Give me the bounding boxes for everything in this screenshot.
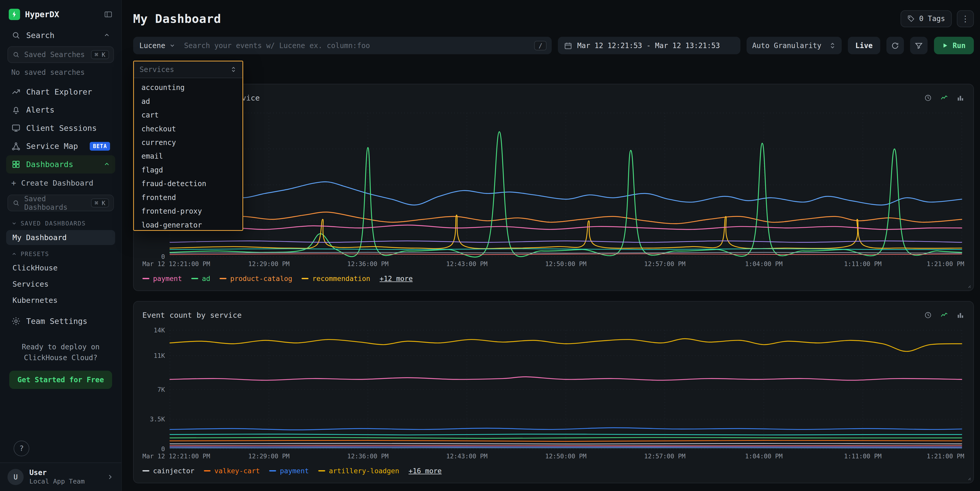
saved-dashboards-input[interactable]: Saved Dashboards ⌘ K [8,195,114,211]
legend-item[interactable]: recommendation [302,275,370,283]
chart-canvas[interactable]: Mar 12 12:21:00 PM12:29:00 PM12:36:00 PM… [142,325,964,461]
chevron-down-icon [169,43,175,49]
bar-chart-icon[interactable] [956,94,964,102]
svg-text:1:04:00 PM: 1:04:00 PM [745,453,783,460]
user-avatar: U [8,469,24,485]
sidebar-collapse-icon[interactable] [104,10,113,19]
presets-section-header[interactable]: PRESETS [6,246,115,260]
preset-item-clickhouse[interactable]: ClickHouse [6,261,115,275]
resize-handle[interactable] [965,282,971,288]
services-dropdown-option[interactable]: ad [134,95,242,108]
services-select-input[interactable]: Services [134,62,242,78]
legend-item[interactable]: cainjector [142,467,194,475]
filter-button[interactable] [910,37,928,54]
services-dropdown-option[interactable]: fraud-detection [134,177,242,191]
legend-item[interactable]: valkey-cart [204,467,260,475]
refresh-button[interactable] [886,37,904,54]
create-dashboard-button[interactable]: + Create Dashboard [6,173,115,193]
legend-more-link[interactable]: +16 more [409,467,442,475]
svg-text:12:29:00 PM: 12:29:00 PM [248,260,290,268]
help-button[interactable]: ? [14,441,29,456]
bar-chart-icon[interactable] [956,311,964,319]
line-chart-icon[interactable] [940,311,948,319]
live-button[interactable]: Live [848,37,880,54]
filter-funnel-icon [915,41,923,50]
get-started-button[interactable]: Get Started for Free [9,371,112,389]
saved-dashboards-placeholder: Saved Dashboards [24,195,87,211]
services-dropdown-option[interactable]: frontend [134,191,242,204]
dashboard-filters-row [133,61,974,78]
select-arrows-icon [230,66,237,73]
clock-icon[interactable] [924,311,932,319]
legend-item[interactable]: ad [191,275,210,283]
legend-swatch [142,278,150,279]
services-dropdown-option[interactable]: flagd [134,163,242,177]
svg-text:0: 0 [161,445,165,453]
svg-text:12:43:00 PM: 12:43:00 PM [446,260,487,268]
dashboards-grid-icon [11,160,21,169]
resize-handle[interactable] [965,475,971,481]
svg-text:12:43:00 PM: 12:43:00 PM [446,453,487,460]
svg-text:1:21:00 PM: 1:21:00 PM [926,260,964,268]
tags-button[interactable]: 0 Tags [900,10,952,27]
granularity-select[interactable]: Auto Granularity [746,37,842,54]
select-arrows-icon [829,42,836,49]
services-dropdown-option[interactable]: email [134,149,242,163]
language-select[interactable]: Lucene [133,37,181,54]
page-title: My Dashboard [133,12,900,26]
legend-item[interactable]: payment [269,467,309,475]
legend-item[interactable]: product-catalog [220,275,292,283]
monitor-icon [11,123,21,133]
legend-more-link[interactable]: +12 more [380,275,413,283]
no-saved-searches-text: No saved searches [6,67,115,83]
gear-icon [11,316,21,326]
svg-text:12:36:00 PM: 12:36:00 PM [347,453,388,460]
svg-text:14K: 14K [153,326,165,334]
clock-icon[interactable] [924,94,932,102]
legend-swatch [220,278,226,279]
services-dropdown-option[interactable]: cart [134,108,242,122]
svg-text:11K: 11K [153,352,165,359]
services-dropdown-option[interactable]: checkout [134,122,242,136]
sidebar-item-client-sessions[interactable]: Client Sessions [6,119,115,137]
preset-item-kubernetes[interactable]: Kubernetes [6,293,115,308]
shortcut-badge: ⌘ K [91,199,109,207]
legend-swatch [269,470,276,472]
time-range-picker[interactable]: Mar 12 12:21:53 - Mar 12 13:21:53 [558,37,740,54]
preset-item-services[interactable]: Services [6,276,115,291]
calendar-icon [564,41,572,50]
sidebar-item-service-map[interactable]: Service Map BETA [6,137,115,155]
sidebar-item-alerts[interactable]: Alerts [6,101,115,119]
refresh-icon [891,41,899,50]
legend-item[interactable]: artillery-loadgen [318,467,399,475]
sidebar-item-dashboards[interactable]: Dashboards [6,155,115,173]
services-dropdown-option[interactable]: frontend-proxy [134,204,242,218]
svg-text:1:04:00 PM: 1:04:00 PM [745,260,783,268]
svg-text:3.5K: 3.5K [150,415,165,423]
sidebar-item-label: Service Map [26,141,84,151]
services-dropdown-option[interactable]: load-generator [134,218,242,230]
search-input[interactable]: Search your events w/ Lucene ex. column:… [181,41,534,50]
services-dropdown-option[interactable]: accounting [134,81,242,94]
more-menu-button[interactable]: ⋮ [957,10,974,27]
sidebar-item-label: Client Sessions [26,124,110,133]
run-button[interactable]: Run [934,37,974,54]
user-menu[interactable]: U User Local App Team [0,462,121,491]
line-chart-icon[interactable] [940,94,948,102]
sidebar-item-search[interactable]: Search [6,26,115,44]
saved-searches-input[interactable]: Saved Searches ⌘ K [8,46,114,63]
legend-item[interactable]: payment [142,275,182,283]
legend-swatch [302,278,309,279]
saved-dashboards-section-header[interactable]: SAVED DASHBOARDS [6,215,115,229]
kebab-icon: ⋮ [961,14,969,24]
cloud-promo-text: Ready to deploy on ClickHouse Cloud? [6,342,115,363]
chevron-up-icon [11,251,17,257]
chart-title: Request latency by service [142,94,924,102]
sidebar-item-chart-explorer[interactable]: Chart Explorer [6,83,115,101]
services-dropdown-option[interactable]: currency [134,136,242,149]
sidebar-item-team-settings[interactable]: Team Settings [6,312,115,330]
chart-canvas[interactable]: Mar 12 12:21:00 PM12:29:00 PM12:36:00 PM… [142,108,964,269]
chevron-down-icon [11,221,17,226]
legend-swatch [318,470,325,472]
saved-dashboard-item[interactable]: My Dashboard [6,230,115,245]
